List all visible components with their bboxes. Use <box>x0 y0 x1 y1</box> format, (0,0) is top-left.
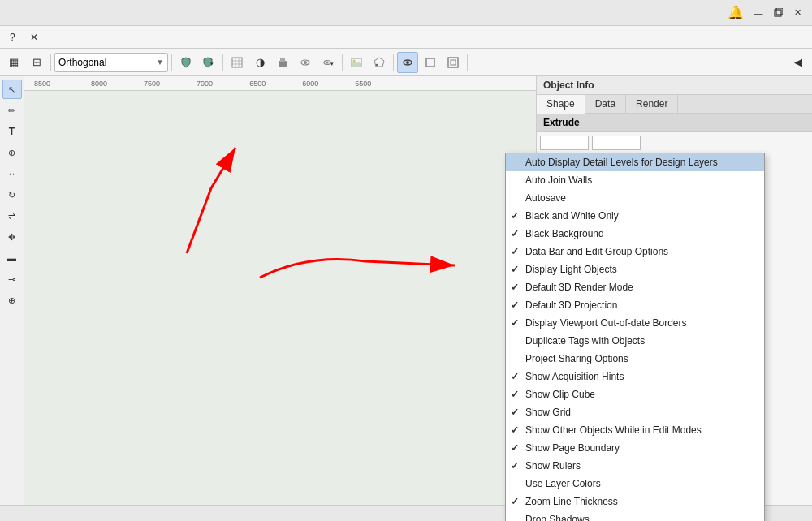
ruler-tick-3: 7500 <box>144 80 160 88</box>
dropdown-item-17[interactable]: Show Rulers <box>506 457 764 475</box>
tool-pen[interactable]: ✏ <box>2 101 22 120</box>
tool-split[interactable]: ⊸ <box>2 269 22 289</box>
toolbar-contrast-btn[interactable]: ◑ <box>249 52 270 73</box>
toolbar: ▦ ⊞ Orthogonal ▼ ▾ ◑ ▾ <box>0 49 812 76</box>
svg-rect-8 <box>279 61 287 67</box>
right-panel-header: Object Info <box>537 76 812 95</box>
dropdown-item-18[interactable]: Use Layer Colors <box>506 475 764 493</box>
view-dropdown-label: Orthogonal <box>58 57 106 68</box>
toolbar-shield-btn[interactable] <box>175 52 197 73</box>
dropdown-menu: Auto Display Detail Levels for Design La… <box>505 153 765 521</box>
canvas-content <box>24 91 536 505</box>
toolbar-eye-active-btn[interactable] <box>397 52 418 73</box>
notification-icon: 🔔 <box>728 5 744 20</box>
toolbar-sep-6 <box>467 54 468 71</box>
title-bar: 🔔 — ✕ <box>0 0 812 26</box>
dropdown-item-19[interactable]: Zoom Line Thickness <box>506 493 764 510</box>
dropdown-item-11[interactable]: Project Sharing Options <box>506 350 764 368</box>
ruler-tick-6: 6000 <box>302 80 318 88</box>
svg-point-11 <box>304 61 307 64</box>
toolbar-square-btn[interactable] <box>420 52 441 73</box>
dropdown-item-15[interactable]: Show Other Objects While in Edit Modes <box>506 421 764 439</box>
tool-pointer[interactable]: ↖ <box>2 80 22 99</box>
ruler-tick-4: 7000 <box>197 80 213 88</box>
left-tools-panel: ↖ ✏ T ⊕ ↔ ↻ ⇌ ✥ ▬ ⊸ ⊕ <box>0 76 24 505</box>
toolbar-sep-1 <box>50 54 51 71</box>
close-button[interactable]: ✕ <box>789 5 806 21</box>
shape-input-1[interactable] <box>540 136 589 150</box>
menu-item-help[interactable]: ? <box>3 29 22 45</box>
ruler-tick-7: 5500 <box>355 80 371 88</box>
tool-join[interactable]: ⊕ <box>2 291 22 310</box>
toolbar-eye-arrow-btn[interactable]: ▾ <box>317 52 339 73</box>
toolbar-polygon-btn[interactable] <box>369 52 390 73</box>
toolbar-sep-5 <box>393 54 394 71</box>
toolbar-sep-4 <box>342 54 343 71</box>
menu-item-close[interactable]: ✕ <box>24 29 45 45</box>
tool-zoom[interactable]: ⊕ <box>2 143 22 162</box>
dropdown-item-20[interactable]: Drop Shadows <box>506 510 764 521</box>
svg-rect-0 <box>775 10 781 16</box>
toolbar-eye-render-btn[interactable] <box>295 52 316 73</box>
tab-shape[interactable]: Shape <box>537 95 585 114</box>
svg-rect-22 <box>448 58 458 67</box>
tool-mirror[interactable]: ⇌ <box>2 206 22 226</box>
dropdown-item-1[interactable]: Auto Join Walls <box>506 171 764 189</box>
dropdown-item-3[interactable]: Black and White Only <box>506 207 764 225</box>
svg-point-20 <box>406 61 409 64</box>
toolbar-sep-3 <box>222 54 223 71</box>
dropdown-item-13[interactable]: Show Clip Cube <box>506 385 764 403</box>
svg-marker-16 <box>352 61 361 67</box>
tool-rotate[interactable]: ↻ <box>2 185 22 205</box>
dropdown-item-14[interactable]: Show Grid <box>506 403 764 421</box>
dropdown-item-4[interactable]: Black Background <box>506 225 764 243</box>
tool-text[interactable]: T <box>2 122 22 141</box>
dropdown-item-6[interactable]: Display Light Objects <box>506 260 764 278</box>
panel-tabs: Shape Data Render <box>537 95 812 114</box>
arrows-svg <box>24 91 536 505</box>
toolbar-frame-btn[interactable] <box>443 52 464 73</box>
toolbar-panel-toggle-btn[interactable]: ◀ <box>788 52 809 73</box>
dropdown-item-9[interactable]: Display Viewport Out-of-date Borders <box>506 314 764 332</box>
svg-rect-21 <box>426 58 434 67</box>
tool-dimension[interactable]: ↔ <box>2 164 22 183</box>
svg-point-18 <box>376 63 378 65</box>
canvas-area[interactable]: 8500 8000 7500 7000 6500 6000 5500 <box>24 76 536 505</box>
shape-input-2[interactable] <box>592 136 641 150</box>
dropdown-item-7[interactable]: Default 3D Render Mode <box>506 278 764 296</box>
view-dropdown[interactable]: Orthogonal ▼ <box>54 53 168 72</box>
toolbar-image-btn[interactable] <box>346 52 367 73</box>
dropdown-item-0[interactable]: Auto Display Detail Levels for Design La… <box>506 153 764 171</box>
svg-rect-23 <box>451 60 456 65</box>
svg-point-17 <box>353 59 356 62</box>
toolbar-bucket-btn[interactable] <box>272 52 293 73</box>
view-dropdown-arrow: ▼ <box>156 58 164 67</box>
toolbar-layers-btn[interactable]: ⊞ <box>26 52 47 73</box>
ruler-tick-2: 8000 <box>91 80 107 88</box>
dropdown-item-10[interactable]: Duplicate Tags with Objects <box>506 332 764 350</box>
ruler-tick-5: 6500 <box>249 80 266 88</box>
panel-title: Object Info <box>543 80 594 91</box>
tab-render[interactable]: Render <box>626 95 678 113</box>
dropdown-item-8[interactable]: Default 3D Projection <box>506 296 764 314</box>
minimize-button[interactable]: — <box>750 5 767 21</box>
dropdown-item-12[interactable]: Show Acquisition Hints <box>506 368 764 385</box>
toolbar-shield-arrow-btn[interactable]: ▾ <box>198 52 219 73</box>
toolbar-grid-btn[interactable]: ▦ <box>3 52 24 73</box>
restore-button[interactable] <box>770 5 786 21</box>
toolbar-sep-2 <box>171 54 172 71</box>
svg-text:▾: ▾ <box>210 61 214 67</box>
ruler-horizontal: 8500 8000 7500 7000 6500 6000 5500 <box>24 76 536 91</box>
dropdown-item-2[interactable]: Autosave <box>506 189 764 207</box>
svg-rect-1 <box>776 8 783 15</box>
tool-wall[interactable]: ▬ <box>2 248 22 268</box>
tab-data[interactable]: Data <box>585 95 626 113</box>
svg-text:▾: ▾ <box>330 61 334 67</box>
dropdown-item-5[interactable]: Data Bar and Edit Group Options <box>506 243 764 260</box>
ruler-tick-1: 8500 <box>34 80 50 88</box>
toolbar-hatch-btn[interactable] <box>227 52 248 73</box>
menu-bar: ? ✕ <box>0 26 812 49</box>
svg-rect-9 <box>280 58 285 62</box>
tool-move[interactable]: ✥ <box>2 227 22 247</box>
dropdown-item-16[interactable]: Show Page Boundary <box>506 439 764 457</box>
